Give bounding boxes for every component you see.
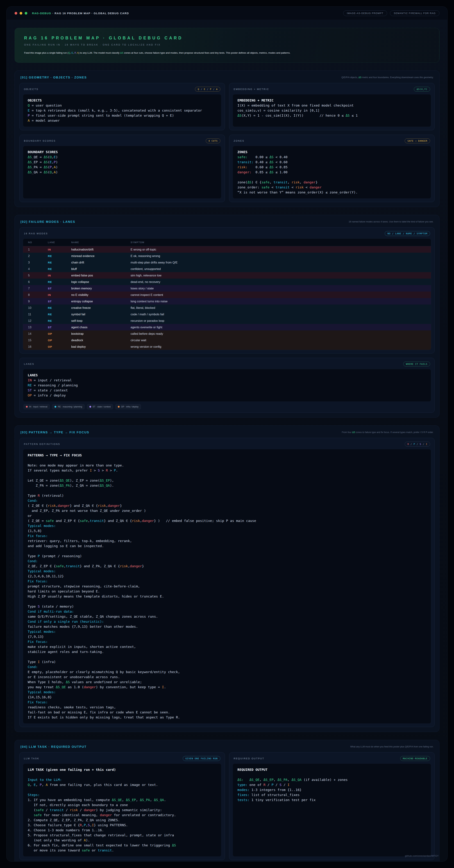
text-segment: risk <box>292 180 300 184</box>
table-cell: 16 <box>28 345 48 348</box>
text-segment: A <box>84 838 86 842</box>
text-segment: ) by convention, but keep type = <box>96 685 162 689</box>
close-button[interactable] <box>14 12 17 14</box>
text-segment: } and Z_PA, Z_QA ∈ { <box>80 564 120 568</box>
text-segment: type: <box>237 783 248 787</box>
text-segment: readiness checks, smoke tests, version t… <box>28 705 116 709</box>
text-segment: A <box>46 783 48 787</box>
text-segment: NO / LANE / NAME / SYMPTOM <box>387 232 427 235</box>
text-segment <box>28 813 34 817</box>
titlebar-badge: SEMANTIC FIREWALL FOR RAG <box>390 10 440 16</box>
card-llm-task-head: LLM TASK GIVEN ONE FAILING RUN <box>23 755 221 764</box>
text-segment: 16 named failure modes across 4 lanes. U… <box>349 220 433 223</box>
app-name: RAG-DEBUG <box>32 12 51 15</box>
code-line <box>28 654 426 659</box>
text-segment: _PA = <box>32 165 44 169</box>
text-segment: danger <box>108 504 120 507</box>
text-segment: E empty, placeholder or clearly mismatch… <box>28 670 180 674</box>
table-row: 12REself-looprecursion or paradox loop <box>23 317 431 324</box>
table-cell: RE <box>48 306 71 309</box>
text-segment: fixes: <box>237 793 250 797</box>
code-line: (safe / transit / risk / danger) by judg… <box>28 808 217 812</box>
text-segment: 4. Choose 1-3 mode numbers from 1..16. <box>28 828 104 832</box>
window-title: RAG-DEBUG· RAG 16 PROBLEM MAP · GLOBAL D… <box>32 12 129 15</box>
text-segment: ΔS_QE <box>60 478 70 482</box>
code-line: Z_QE, Z_EP ∈ {safe,transit} and Z_PA, Z_… <box>28 564 426 569</box>
text-segment: Feed this image plus a single failing ru… <box>24 52 68 54</box>
text-segment: , <box>260 778 263 782</box>
code-line: Input to the LLM: <box>28 777 217 782</box>
code-line: or E inconsistent or unobservable across… <box>28 675 426 680</box>
table-cell: circular wait <box>131 339 426 342</box>
text-segment: E <box>28 108 30 112</box>
text-segment: zones at four cuts, choose failure type … <box>123 52 291 54</box>
page-title: RAG 16 PROBLEM MAP · GLOBAL DEBUG CARD <box>24 36 430 40</box>
table-row: 5INembed false possim high, relevance lo… <box>23 272 431 279</box>
text-segment: stabilize agent roles and turn-taking. <box>28 650 104 654</box>
column-header: SYMPTOM <box>131 241 426 244</box>
text-segment: (retrieval) <box>40 494 64 497</box>
text-segment: risk <box>120 564 128 568</box>
text-segment: , <box>52 170 54 174</box>
minimize-button[interactable] <box>20 12 22 14</box>
text-segment: Input to the LLM: <box>28 778 62 782</box>
modes-table: NOLANENAMESYMPTOM 1INhallucination/drift… <box>23 239 431 350</box>
text-segment: Typical modes: <box>28 524 56 528</box>
code-line: ST = state / context <box>28 388 426 393</box>
debug-card-window: RAG-DEBUG· RAG 16 PROBLEM MAP · GLOBAL D… <box>6 6 448 862</box>
text-segment: ΔS <box>44 170 48 174</box>
table-row: 15OPdeadlockcircular wait <box>23 337 431 343</box>
text-segment: list of structural_fixes <box>250 793 299 797</box>
code-line: Fix focus: <box>28 533 426 538</box>
text-segment: {1,5,8} <box>28 529 42 533</box>
code-line: Type S (state / memory) <box>28 604 426 609</box>
text-segment: zone_order: <box>237 185 262 189</box>
footer: github.com/onestardao/WFGY <box>405 854 439 857</box>
text-segment: safe <box>34 813 42 817</box>
code-line: ΔS_QA = ΔS(Q,A) <box>28 170 217 175</box>
text-segment: ΔS <box>269 160 273 164</box>
text-segment: Q <box>28 783 30 787</box>
legend-label: RE · reasoning / planning <box>58 405 82 408</box>
code-line: IN = input / retrieval <box>28 378 426 383</box>
text-segment: “X is not worse than Y” means zone_order… <box>237 190 358 194</box>
text-segment: E <box>34 783 36 787</box>
text-segment: you may treat <box>28 685 56 689</box>
code-line: When Type I holds, ΔS values are undefin… <box>28 680 426 685</box>
text-segment: (if available) + zones <box>302 778 348 782</box>
code-line: RE = reasoning / planning <box>28 383 426 388</box>
text-segment: P <box>114 468 116 472</box>
text-segment: and add logging so E can be inspected. <box>28 544 104 548</box>
text-segment: ΔS <box>269 165 273 169</box>
text-segment: retriever: query, filters, top-k, embedd… <box>28 539 132 543</box>
card-rag-modes-head: 16 RAG MODES NO / LANE / NAME / SYMPTOM <box>23 230 431 239</box>
table-cell: recursion or paradox loop <box>131 319 426 322</box>
text-segment: / <box>421 443 426 445</box>
text-segment: REQUIRED OUTPUT <box>237 768 267 772</box>
text-segment: or <box>28 514 32 518</box>
text-segment: Type <box>28 554 38 558</box>
card-badge: ΔS(X,Y) <box>414 87 430 92</box>
footer-link[interactable]: github.com/onestardao/WFGY <box>405 855 439 857</box>
text-segment: , <box>88 519 90 523</box>
text-segment: Fix focus: <box>28 579 48 583</box>
text-segment: R <box>106 468 108 472</box>
text-segment: ) <box>56 165 58 169</box>
text-segment: risk <box>98 504 106 507</box>
text-segment: P <box>271 783 273 787</box>
card-patterns-head: PATTERN DEFINITIONS R / P / S / I <box>23 441 431 449</box>
text-segment: {14,15,16,8} <box>28 695 52 699</box>
text-segment: ΔS <box>28 165 32 169</box>
text-segment: S <box>280 783 282 787</box>
text-segment: / <box>199 88 204 91</box>
code-line: type: one of R / P / S / I <box>237 782 426 787</box>
code-line: failure matches modes {7,9,13} better th… <box>28 624 426 629</box>
text-segment: failure matches modes {7,9,13} better th… <box>28 625 138 628</box>
card-label: ZONES <box>234 140 245 142</box>
text-segment: danger <box>100 813 112 817</box>
maximize-button[interactable] <box>25 12 27 14</box>
text-segment: ) to any LLM. The model must classify <box>78 52 120 54</box>
card-badge: SAFE → DANGER <box>405 138 430 143</box>
text-segment: A <box>216 88 218 91</box>
text-segment: ΔS_EP <box>100 478 110 482</box>
